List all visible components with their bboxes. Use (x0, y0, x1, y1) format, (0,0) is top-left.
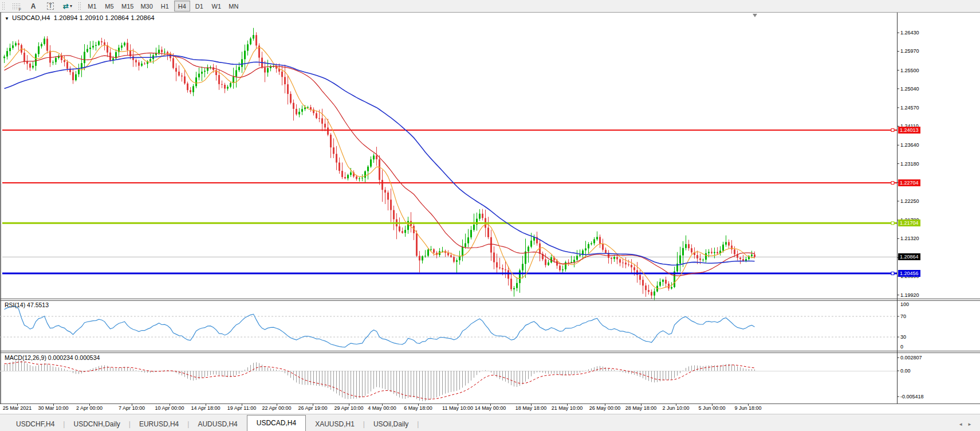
level-badge-pivot-green: 1.21704 (898, 220, 920, 226)
time-tick-label: 22 Apr 00:00 (262, 405, 291, 411)
time-tick-label: 30 Mar 10:00 (38, 405, 68, 411)
time-tick-label: 26 May 00:00 (589, 405, 621, 411)
price-tick-label: 1.22250 (900, 198, 919, 204)
chart-title: ▼USDCAD,H4 1.20894 1.20910 1.20864 1.208… (5, 14, 155, 21)
time-tick-label: 18 May 18:00 (515, 405, 547, 411)
ohlc-close: 1.20864 (131, 14, 155, 21)
rsi-tick-label: 0 (900, 344, 903, 350)
macd-tick-label: 0.00 (900, 368, 911, 374)
level-badge-resistance-lower: 1.22704 (898, 179, 920, 186)
tab-xauusd-h1[interactable]: XAUUSD,H1 (307, 417, 363, 431)
price-tick-label: 1.24570 (900, 105, 919, 111)
ohlc-open: 1.20894 (54, 14, 78, 21)
time-tick-label: 26 Apr 19:00 (298, 405, 327, 411)
level-badge-resistance-upper: 1.24013 (898, 127, 920, 134)
price-tick-label: 1.26430 (900, 30, 919, 36)
time-tick-label: 19 Apr 11:00 (227, 405, 256, 411)
time-tick-label: 10 Apr 00:00 (155, 405, 184, 411)
time-tick-label: 28 May 18:00 (625, 405, 657, 411)
tab-separator: | (416, 417, 419, 431)
chart-dropdown-arrow[interactable]: ▼ (5, 16, 9, 21)
macd-tick-label: -0.005418 (900, 394, 924, 399)
ohlc-high: 1.20910 (80, 14, 104, 21)
price-tick-label: 1.25040 (900, 86, 919, 92)
price-tick-label: 1.25970 (900, 48, 919, 54)
time-tick-label: 4 May 00:00 (368, 405, 396, 411)
rsi-tick-label: 70 (900, 314, 906, 319)
time-tick-label: 14 May 00:00 (475, 405, 506, 411)
price-tick-label: 1.25500 (900, 68, 919, 73)
tab-usoil-daily[interactable]: USOil,Daily (365, 417, 416, 431)
chart-canvas[interactable] (0, 0, 980, 431)
current-price-badge: 1.20864 (898, 253, 920, 260)
time-tick-label: 7 Apr 10:00 (119, 405, 145, 411)
time-tick-label: 6 May 18:00 (404, 405, 432, 411)
chart-tabs-bar: USDCHF,H4|USDCNH,Daily|EURUSD,H4|AUDUSD,… (0, 414, 980, 431)
rsi-tick-label: 100 (900, 301, 909, 307)
tab-usdcnh-daily[interactable]: USDCNH,Daily (65, 417, 128, 431)
tab-usdchf-h4[interactable]: USDCHF,H4 (8, 417, 62, 431)
price-tick-label: 1.23640 (900, 142, 919, 148)
rsi-tick-label: 30 (900, 334, 906, 340)
price-tick-label: 1.21320 (900, 236, 919, 241)
time-tick-label: 2 Apr 00:00 (76, 405, 103, 411)
level-badge-support-blue: 1.20456 (898, 270, 920, 277)
panel-frame (0, 12, 980, 431)
time-tick-label: 29 Apr 10:00 (334, 405, 363, 411)
time-tick-label: 2 Jun 10:00 (662, 405, 689, 411)
rsi-label: RSI(14) 47.5513 (5, 301, 49, 308)
chart-symbol-period: USDCAD,H4 (12, 14, 50, 21)
tab-usdcad-h4[interactable]: USDCAD,H4 (247, 415, 306, 431)
time-tick-label: 9 Jun 18:00 (734, 405, 761, 411)
price-tick-label: 1.19920 (900, 292, 919, 298)
time-tick-label: 25 Mar 2021 (3, 405, 32, 411)
tabs-scroll-right[interactable]: ► (967, 422, 977, 427)
mt4-window: F A T ⇄ ▾ M1M5M15M30H1H4D1W1MN ▼USDCAD,H… (0, 0, 980, 431)
tab-audusd-h4[interactable]: AUDUSD,H4 (190, 417, 245, 431)
price-tick-label: 1.23180 (900, 161, 919, 167)
time-tick-label: 21 May 10:00 (552, 405, 583, 411)
time-tick-label: 5 Jun 00:00 (698, 405, 725, 411)
macd-tick-label: 0.002807 (900, 355, 922, 361)
time-tick-label: 14 Apr 18:00 (191, 405, 220, 411)
tab-eurusd-h4[interactable]: EURUSD,H4 (131, 417, 187, 431)
ohlc-low: 1.20864 (105, 14, 129, 21)
time-tick-label: 11 May 10:00 (442, 405, 473, 411)
macd-label: MACD(12,26,9) 0.000234 0.000534 (5, 354, 100, 361)
tabs-scroll-left[interactable]: ◄ (958, 422, 967, 427)
